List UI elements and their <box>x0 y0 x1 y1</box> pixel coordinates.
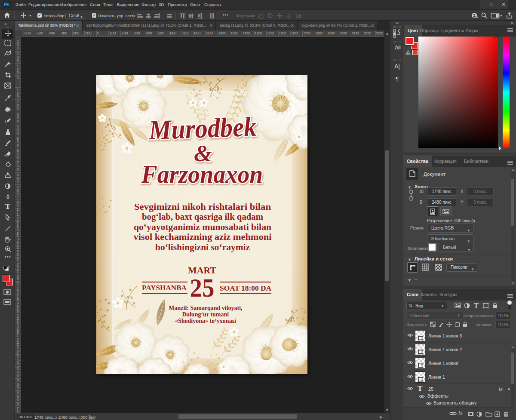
svg-text:bo‘lishingizni so‘raymiz: bo‘lishingizni so‘raymiz <box>155 242 250 252</box>
svg-text:Farzonaxon: Farzonaxon <box>141 160 263 188</box>
svg-text:«Shodiyona» to‘yxonasi: «Shodiyona» to‘yxonasi <box>175 318 236 324</box>
svg-text:bog‘lab, baxt qasriga ilk qada: bog‘lab, baxt qasriga ilk qadam <box>142 212 263 222</box>
svg-text:qo‘yayotganimiz munosabati bil: qo‘yayotganimiz munosabati bilan <box>134 222 271 232</box>
svg-text:visol kechamizning aziz mehmon: visol kechamizning aziz mehmoni <box>134 232 272 242</box>
svg-text:SOAT 18:00 DA: SOAT 18:00 DA <box>220 285 271 292</box>
svg-text:Sevgimizni nikoh rishtalari bi: Sevgimizni nikoh rishtalari bilan <box>134 202 271 212</box>
svg-text:Bulung‘ur tumani: Bulung‘ur tumani <box>182 311 229 318</box>
svg-text:PAYSHANBA: PAYSHANBA <box>142 284 187 291</box>
svg-text:25: 25 <box>190 273 215 302</box>
svg-text:Manzil: Samarqand viloyati,: Manzil: Samarqand viloyati, <box>169 305 242 311</box>
